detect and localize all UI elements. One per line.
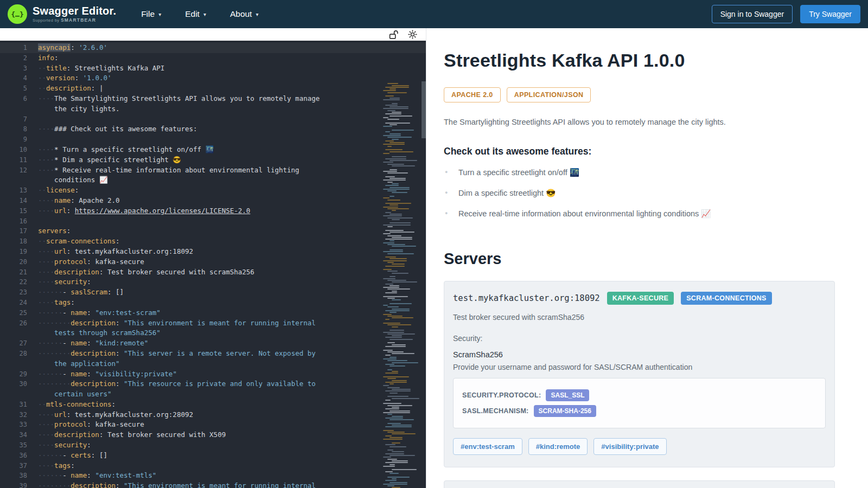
code-row[interactable]: 9 [0,134,426,145]
minimap-line [390,115,412,117]
minimap-line [383,294,421,295]
minimap-line [390,178,406,179]
menu-about[interactable]: About▾ [230,9,259,19]
menu-edit[interactable]: Edit▾ [185,9,206,19]
try-swagger-button[interactable]: Try Swagger [800,5,860,23]
minimap-line [385,105,398,106]
code-row[interactable]: 32····url: test.mykafkacluster.org:28092 [0,410,426,420]
minimap-line [390,365,405,367]
minimap-line [387,271,398,272]
minimap-line [390,446,406,447]
code-row[interactable]: 25······- name: "env:test-scram" [0,308,426,318]
editor-minimap[interactable] [383,81,421,488]
code-row[interactable]: 36······- certs: [] [0,451,426,461]
code-row[interactable]: 8····### Check out its awesome features: [0,124,426,134]
code-row[interactable]: 4··version: '1.0.0' [0,73,426,84]
code-row[interactable]: 6····The Smartylighting Streetlights API… [0,94,426,104]
code-row[interactable]: 39········description: "This environment… [0,481,426,488]
minimap-line [387,333,415,335]
code-row[interactable]: the city lights. [0,104,426,114]
code-row[interactable]: 27······- name: "kind:remote" [0,338,426,349]
code-row[interactable]: 1asyncapi: '2.6.0' [0,43,426,53]
code-row[interactable]: 3··title: Streetlights Kafka API [0,63,426,74]
code-line: ······- name: "kind:remote" [27,338,148,349]
server-description: Test broker secured with scramSha256 [453,313,826,322]
minimap-line [387,200,400,201]
menu-file[interactable]: File▾ [141,9,161,19]
line-number: 3 [0,63,27,74]
theme-toggle-sun-icon[interactable] [408,30,417,39]
code-row[interactable]: 34····description: Test broker secured w… [0,430,426,440]
unlock-icon[interactable] [389,30,399,40]
minimap-line [385,390,411,391]
minimap-line [387,351,404,352]
code-line: ··title: Streetlights Kafka API [27,63,164,74]
minimap-line [383,305,388,306]
code-row[interactable]: 12····* Receive real-time information ab… [0,165,426,176]
minimap-line [383,484,407,485]
minimap-line [387,164,404,165]
sign-in-button[interactable]: Sign in to Swagger [712,5,793,23]
code-row[interactable]: 11····* Dim a specific streetlight 😎 [0,155,426,165]
minimap-line [383,135,401,136]
code-row[interactable]: 35····security: [0,440,426,451]
code-row[interactable]: conditions 📈 [0,175,426,185]
minimap-line [385,87,409,88]
minimap-line [392,326,398,328]
code-row[interactable]: 18··scram-connections: [0,236,426,247]
minimap-line [385,337,402,338]
code-row[interactable]: 13··license: [0,185,426,196]
code-row[interactable]: 10····* Turn a specific streetlight on/o… [0,145,426,155]
code-row[interactable]: 24····tags: [0,298,426,308]
code-row[interactable]: 33····protocol: kafka-secure [0,420,426,430]
code-line: ··mtls-connections: [27,400,116,410]
code-editor[interactable]: 1asyncapi: '2.6.0'2info:3··title: Street… [0,41,426,488]
minimap-line [387,119,399,120]
code-row[interactable]: 15····url: https://www.apache.org/licens… [0,206,426,216]
code-row[interactable]: 17servers: [0,226,426,236]
code-row[interactable]: 16 [0,216,426,227]
minimap-line [392,380,407,381]
code-row[interactable]: tests through scramSha256" [0,328,426,338]
code-row[interactable]: 20····protocol: kafka-secure [0,257,426,267]
minimap-line [392,371,398,372]
minimap-line [392,389,411,390]
minimap-line [383,441,421,442]
code-row[interactable]: 19····url: test.mykafkacluster.org:18092 [0,247,426,257]
code-row[interactable]: 37····tags: [0,461,426,471]
code-row[interactable]: 14····name: Apache 2.0 [0,196,426,206]
line-number: 24 [0,298,27,308]
feature-item: Turn a specific streetlight on/off 🌃 [444,168,845,177]
code-row[interactable]: 30········description: "This resource is… [0,379,426,389]
code-row[interactable]: 21····description: Test broker secured w… [0,267,426,278]
code-row[interactable]: 29······- name: "visibility:private" [0,369,426,380]
minimap-line [383,189,410,190]
server-badge: SCRAM-CONNECTIONS [681,292,771,305]
menu-label: Edit [185,9,200,19]
code-line: ······- saslScram: [] [27,287,124,298]
code-row[interactable]: 23······- saslScram: [] [0,287,426,298]
code-row[interactable]: 5··description: | [0,84,426,94]
code-line: ········description: "This server is a r… [27,349,316,359]
code-row[interactable]: 2info: [0,53,426,63]
minimap-line [385,185,399,186]
minimap-line [383,248,421,249]
minimap-line [383,457,391,458]
code-row[interactable]: 38······- name: "env:test-mtls" [0,471,426,481]
code-row[interactable]: certain users" [0,389,426,400]
minimap-line [383,278,395,279]
minimap-line [387,360,407,361]
minimap-line [387,146,392,147]
minimap-line [383,233,391,234]
code-row[interactable]: 28········description: "This server is a… [0,349,426,359]
code-row[interactable]: the application" [0,359,426,369]
minimap-line [383,466,395,467]
editor-scrollbar[interactable] [422,81,426,138]
minimap-line [387,485,394,486]
code-line: conditions 📈 [27,175,108,185]
code-row[interactable]: 31··mtls-connections: [0,400,426,410]
code-row[interactable]: 22····security: [0,277,426,287]
minimap-line [385,203,411,204]
code-row[interactable]: 26········description: "This environment… [0,318,426,329]
code-row[interactable]: 7 [0,114,426,125]
